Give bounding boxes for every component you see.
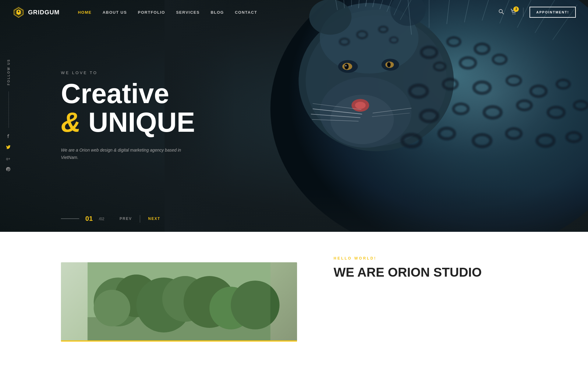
- nav-right: 3 APPOINTMENT!: [498, 7, 576, 18]
- hero-ampersand: &: [61, 107, 81, 138]
- nav-item-contact[interactable]: CONTACT: [235, 9, 257, 15]
- slide-total: /02: [99, 217, 104, 221]
- below-hero-image: [0, 250, 315, 354]
- next-button[interactable]: NEXT: [148, 217, 160, 221]
- pinterest-icon: [6, 167, 10, 172]
- follow-line: [9, 92, 9, 128]
- nav-item-home[interactable]: HOME: [78, 9, 92, 15]
- google-plus-icon: g+: [6, 157, 11, 160]
- twitter-icon: [6, 145, 11, 149]
- slider-line: [61, 218, 79, 219]
- follow-label: FOLLOW US: [7, 59, 10, 85]
- hero-section: FOLLOW US g+: [0, 0, 588, 232]
- google-plus-link[interactable]: g+: [6, 156, 11, 162]
- navbar: GRIDGUM HOME ABOUT US PORTFOLIO SERVICES…: [0, 0, 588, 24]
- slider-nav: 01 /02 PREV NEXT: [61, 215, 160, 223]
- slider-divider: [140, 215, 140, 223]
- nav-link-contact[interactable]: CONTACT: [235, 10, 257, 15]
- studio-image: [61, 262, 297, 342]
- nav-item-services[interactable]: SERVICES: [176, 9, 200, 15]
- nav-divider: [523, 8, 523, 17]
- hero-description: We are a Orion web design & digital mark…: [61, 147, 189, 161]
- sidebar-follow: FOLLOW US g+: [6, 59, 11, 173]
- twitter-link[interactable]: [6, 145, 11, 151]
- brand-name: GRIDGUM: [28, 9, 60, 16]
- nav-link-home[interactable]: HOME: [78, 10, 92, 15]
- below-hero-section: HELLO WORLD! WE ARE ORION STUDIO: [0, 232, 588, 366]
- svg-point-4: [515, 13, 515, 14]
- nav-links: HOME ABOUT US PORTFOLIO SERVICES BLOG CO…: [78, 9, 498, 15]
- nav-item-blog[interactable]: BLOG: [211, 9, 224, 15]
- cart-badge: 3: [513, 6, 519, 12]
- facebook-link[interactable]: [6, 134, 11, 140]
- hero-title-unique: UNIQUE: [88, 107, 195, 138]
- nature-scene: [61, 262, 297, 342]
- search-icon: [498, 9, 504, 15]
- hero-subtitle: WE LOVE TO: [61, 70, 195, 75]
- slide-current: 01: [85, 215, 93, 223]
- social-links: g+: [6, 134, 11, 173]
- nav-link-about[interactable]: ABOUT US: [103, 10, 127, 15]
- svg-point-3: [513, 13, 514, 14]
- hero-content: WE LOVE TO Creative & UNIQUE We are a Or…: [61, 70, 195, 161]
- nav-item-about[interactable]: ABOUT US: [103, 9, 127, 15]
- appointment-button[interactable]: APPOINTMENT!: [530, 7, 576, 18]
- nav-item-portfolio[interactable]: PORTFOLIO: [138, 9, 165, 15]
- below-hero-text: HELLO WORLD! WE ARE ORION STUDIO: [315, 250, 588, 354]
- logo-icon: [12, 6, 25, 19]
- hero-title: Creative & UNIQUE: [61, 80, 195, 138]
- below-title: WE ARE ORION STUDIO: [334, 265, 570, 279]
- svg-line-2: [502, 12, 504, 14]
- svg-text:g+: g+: [6, 157, 10, 160]
- hero-title-line1: Creative: [61, 80, 195, 107]
- nav-link-blog[interactable]: BLOG: [211, 10, 224, 15]
- nav-link-services[interactable]: SERVICES: [176, 10, 200, 15]
- facebook-icon: [6, 134, 10, 138]
- hero-title-line2: & UNIQUE: [61, 107, 195, 138]
- hello-label: HELLO WORLD!: [334, 256, 570, 260]
- nav-link-portfolio[interactable]: PORTFOLIO: [138, 10, 165, 15]
- logo-link[interactable]: GRIDGUM: [12, 6, 60, 19]
- cart-button[interactable]: 3: [510, 8, 517, 16]
- svg-rect-90: [88, 340, 271, 342]
- prev-button[interactable]: PREV: [120, 217, 132, 221]
- search-button[interactable]: [498, 9, 504, 16]
- svg-rect-89: [88, 262, 271, 342]
- pinterest-link[interactable]: [6, 167, 11, 173]
